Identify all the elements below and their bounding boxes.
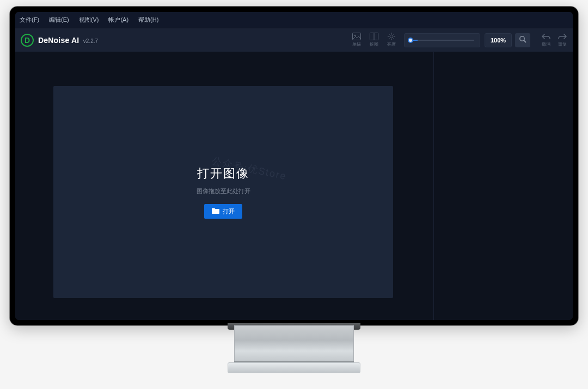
svg-line-14 [524,40,526,42]
svg-point-4 [390,35,393,38]
slider-track [410,40,474,41]
view-brightness-label: 亮度 [387,41,396,47]
redo-button[interactable]: 重复 [558,33,567,47]
slider-thumb[interactable] [408,38,413,43]
svg-point-13 [520,36,524,40]
folder-icon [212,208,219,215]
menu-help[interactable]: 帮助(H) [138,16,158,24]
undo-button[interactable]: 撤消 [541,33,551,47]
image-dropzone[interactable]: 公众号:优Store 打开图像 图像拖放至此处打开 打开 [53,86,393,298]
app-title: DeNoise AI [38,36,79,45]
right-sidebar [433,52,573,320]
app-window: 文件(F) 编辑(E) 视图(V) 帐户(A) 帮助(H) D DeNoise … [15,12,573,320]
brightness-icon [387,33,396,40]
menu-edit[interactable]: 编辑(E) [49,16,69,24]
dropzone-title: 打开图像 [197,165,249,182]
history-group: 撤消 重复 [530,33,567,47]
magnifier-icon [519,35,526,45]
view-mode-group: 单幅 拆图 亮度 [352,33,396,47]
main-canvas-area: 公众号:优Store 打开图像 图像拖放至此处打开 打开 [15,52,433,320]
menu-account[interactable]: 帐户(A) [108,16,128,24]
monitor-frame: 文件(F) 编辑(E) 视图(V) 帐户(A) 帮助(H) D DeNoise … [10,7,578,325]
app-identity: D DeNoise AI v2.2.7 [21,34,98,47]
app-title-wrap: DeNoise AI v2.2.7 [38,35,98,45]
svg-rect-0 [353,33,361,40]
zoom-tool-button[interactable] [515,33,530,47]
view-split-button[interactable]: 拆图 [369,33,379,47]
svg-point-1 [354,35,356,36]
svg-line-12 [394,34,395,35]
dropzone-subtitle: 图像拖放至此处打开 [197,187,250,195]
view-brightness-button[interactable]: 亮度 [387,33,396,47]
app-logo-icon: D [21,34,34,47]
image-icon [352,33,362,40]
undo-label: 撤消 [542,41,550,47]
svg-line-9 [389,34,390,35]
zoom-value[interactable]: 100% [485,33,512,47]
menu-file[interactable]: 文件(F) [20,16,39,24]
redo-label: 重复 [558,41,567,47]
menu-bar: 文件(F) 编辑(E) 视图(V) 帐户(A) 帮助(H) [15,12,573,28]
monitor-stand [228,325,360,374]
app-version: v2.2.7 [83,38,98,44]
split-icon [369,33,379,40]
svg-line-10 [394,39,395,40]
undo-icon [541,33,551,41]
view-single-label: 单幅 [352,41,361,47]
view-split-label: 拆图 [370,41,378,47]
toolbar: D DeNoise AI v2.2.7 单幅 [15,28,573,52]
svg-line-11 [389,39,390,40]
zoom-slider[interactable] [404,33,480,47]
redo-icon [558,33,567,41]
open-button-label: 打开 [223,207,235,215]
content-area: 公众号:优Store 打开图像 图像拖放至此处打开 打开 [15,52,573,320]
open-image-button[interactable]: 打开 [204,204,242,219]
menu-view[interactable]: 视图(V) [79,16,99,24]
view-single-button[interactable]: 单幅 [352,33,362,47]
